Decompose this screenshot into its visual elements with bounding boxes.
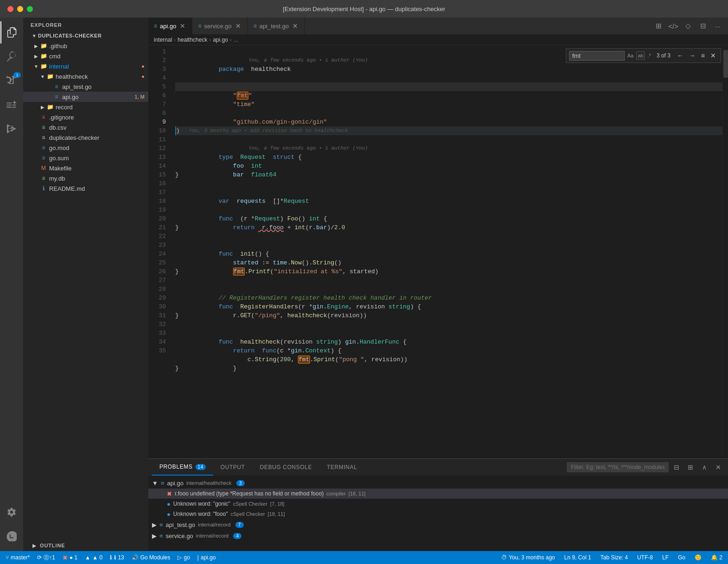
breadcrumb-more[interactable]: ... bbox=[234, 37, 238, 43]
activity-bar: 1 bbox=[0, 18, 23, 551]
problem-file-name: api.go bbox=[167, 480, 183, 487]
cursor-position[interactable]: Ln 9, Col 1 bbox=[563, 551, 593, 564]
file-icon: ≡ bbox=[53, 83, 60, 90]
extensions-activity-item[interactable] bbox=[0, 94, 23, 116]
file-status[interactable]: | api.go bbox=[196, 551, 218, 564]
split-editor-button[interactable]: ⊞ bbox=[652, 19, 665, 32]
tree-item-internal[interactable]: ▼ 📁 internal ● bbox=[23, 61, 148, 71]
go-status[interactable]: ▷ go bbox=[176, 551, 191, 564]
panel-close-button[interactable]: ✕ bbox=[712, 461, 724, 473]
find-aa-button[interactable]: Aa bbox=[627, 52, 634, 59]
find-regex-button[interactable]: .* bbox=[646, 52, 652, 59]
problem-item-info-fooo[interactable]: ● Unknown word: "fooo" cSpell Checker [1… bbox=[148, 509, 728, 519]
toggle-inlay-hints-button[interactable]: </> bbox=[667, 19, 680, 32]
more-actions-button[interactable]: ··· bbox=[711, 19, 724, 32]
problem-group-header-api-go[interactable]: ▼ ≡ api.go internal/healthcheck 3 bbox=[148, 477, 728, 489]
tree-item-duplicates-checker[interactable]: ▶ ≡ duplicates-checker bbox=[23, 132, 148, 143]
problem-item-error-fooo[interactable]: ✖ r.fooo undefined (type *Request has no… bbox=[148, 489, 728, 499]
outline-header[interactable]: ▶ OUTLINE bbox=[23, 538, 148, 551]
find-input[interactable] bbox=[569, 51, 625, 61]
tree-item-github[interactable]: ▶ 📁 .github bbox=[23, 41, 148, 51]
tree-item-gitignore[interactable]: ▶ ≡ .gitignore bbox=[23, 112, 148, 122]
panel-tab-debug-console[interactable]: DEBUG CONSOLE bbox=[253, 459, 320, 476]
code-line-7: "github.com/gin-gonic/gin" bbox=[175, 109, 722, 118]
breadcrumb-file[interactable]: api.go bbox=[213, 37, 228, 43]
panel-tab-terminal[interactable]: TERMINAL bbox=[319, 459, 364, 476]
tree-item-record[interactable]: ▶ 📁 record bbox=[23, 102, 148, 112]
split-editor-orthogonal-button[interactable]: ⊟ bbox=[696, 19, 709, 32]
go-modules-status[interactable]: 🔊 Go Modules bbox=[130, 551, 172, 564]
file-icon: ≡ bbox=[40, 134, 47, 141]
info-status[interactable]: ℹ ℹ 13 bbox=[108, 551, 126, 564]
language-status[interactable]: Go bbox=[676, 551, 687, 564]
scrollbar-thumb[interactable] bbox=[723, 50, 728, 78]
tree-item-healthcheck[interactable]: ▼ 📁 healthcheck ● bbox=[23, 71, 148, 81]
errors-status[interactable]: ✖ ● 1 bbox=[61, 551, 79, 564]
tree-item-makefile[interactable]: ▶ M Makefile bbox=[23, 163, 148, 173]
tab-size-status[interactable]: Tab Size: 4 bbox=[599, 551, 630, 564]
face-status[interactable]: 🙂 bbox=[693, 551, 703, 564]
problems-filter-input[interactable] bbox=[567, 462, 669, 472]
tab-close-button[interactable]: ✕ bbox=[234, 21, 242, 31]
maximize-button[interactable] bbox=[27, 6, 33, 12]
problem-group-header-api-test[interactable]: ▶ ≡ api_test.go internal/record 7 bbox=[148, 519, 728, 530]
tree-item-api-go[interactable]: ▶ ≡ api.go 1, M bbox=[23, 92, 148, 102]
tab-api-go[interactable]: ≡ api.go ✕ bbox=[148, 18, 192, 34]
panel-scroll-up-button[interactable]: ∧ bbox=[698, 461, 710, 473]
code-line-5: "time" bbox=[175, 91, 722, 100]
breadcrumb: internal › healthcheck › api.go › ... bbox=[148, 34, 728, 45]
info-icon: ● bbox=[167, 511, 171, 518]
scrollbar-area bbox=[722, 45, 728, 458]
tab-close-button[interactable]: ✕ bbox=[179, 21, 186, 31]
blame-status[interactable]: ⏱ You, 3 months ago bbox=[500, 551, 557, 564]
minimize-button[interactable] bbox=[17, 6, 23, 12]
source-control-activity-item[interactable]: 1 bbox=[0, 69, 23, 92]
panel-tab-output[interactable]: OUTPUT bbox=[213, 459, 253, 476]
docker-activity-item[interactable] bbox=[0, 525, 23, 547]
problem-group-header-service[interactable]: ▶ ≡ service.go internal/record 4 bbox=[148, 530, 728, 541]
tree-item-go-mod[interactable]: ▶ ≡ go.mod bbox=[23, 143, 148, 153]
find-close-button[interactable]: ✕ bbox=[709, 51, 718, 60]
settings-activity-item[interactable] bbox=[0, 501, 23, 523]
folder-icon: 📁 bbox=[40, 63, 47, 70]
sync-status[interactable]: ⟳ ⓪↑1 bbox=[35, 551, 57, 564]
project-header[interactable]: ▼ DUPLICATES-CHECKER bbox=[23, 31, 148, 41]
sync-icon: ⟳ bbox=[37, 554, 42, 561]
breadcrumb-internal[interactable]: internal bbox=[154, 37, 172, 43]
panel-tab-problems[interactable]: PROBLEMS 14 bbox=[152, 459, 213, 476]
breadcrumb-healthcheck[interactable]: healthcheck bbox=[177, 37, 207, 43]
encoding-status[interactable]: UTF-8 bbox=[635, 551, 655, 564]
tab-close-button[interactable]: ✕ bbox=[291, 21, 299, 31]
window-controls[interactable] bbox=[7, 6, 33, 12]
tree-item-go-sum[interactable]: ▶ ≡ go.sum bbox=[23, 153, 148, 163]
problem-item-info-gonic[interactable]: ● Unknown word: "gonic" cSpell Checker [… bbox=[148, 499, 728, 509]
run-activity-item[interactable] bbox=[0, 118, 23, 140]
problem-group-api-test: ▶ ≡ api_test.go internal/record 7 bbox=[148, 519, 728, 530]
focus-breadcrumbs-button[interactable]: ◇ bbox=[682, 19, 695, 32]
file-icon: ≡ bbox=[53, 93, 60, 100]
branch-status[interactable]: ⑂ master* bbox=[4, 551, 32, 564]
close-button[interactable] bbox=[7, 6, 13, 12]
find-list-button[interactable]: ≡ bbox=[699, 51, 707, 60]
tab-service-go[interactable]: ≡ service.go ✕ bbox=[192, 18, 247, 34]
tree-item-my-db[interactable]: ▶ ≡ my.db bbox=[23, 173, 148, 183]
tab-api-test-go[interactable]: ≡ api_test.go ✕ bbox=[248, 18, 305, 34]
problem-group-service: ▶ ≡ service.go internal/record 4 bbox=[148, 530, 728, 541]
find-next-button[interactable]: → bbox=[687, 51, 697, 60]
explorer-activity-item[interactable] bbox=[0, 21, 23, 44]
tree-item-readme[interactable]: ▶ ℹ README.md bbox=[23, 183, 148, 194]
run-icon bbox=[6, 124, 17, 134]
find-prev-button[interactable]: ← bbox=[675, 51, 685, 60]
warnings-status[interactable]: ▲ ▲ 0 bbox=[83, 551, 104, 564]
tree-item-cmd[interactable]: ▶ 📁 cmd bbox=[23, 51, 148, 61]
line-ending-status[interactable]: LF bbox=[660, 551, 671, 564]
tree-item-db-csv[interactable]: ▶ ≡ db.csv bbox=[23, 122, 148, 132]
panel-filter-button[interactable]: ⊞ bbox=[684, 461, 696, 473]
panel-collapse-all-button[interactable]: ⊟ bbox=[671, 461, 683, 473]
code-editor[interactable]: 1 2 3 4 5 6 7 8 9 10 11 12 13 14 15 16 1 bbox=[148, 45, 728, 458]
notifications-status[interactable]: 🔔 2 bbox=[709, 551, 724, 564]
find-word-button[interactable]: ab bbox=[636, 51, 645, 60]
search-activity-item[interactable] bbox=[0, 45, 23, 68]
tree-item-api-test-go[interactable]: ▶ ≡ api_test.go bbox=[23, 81, 148, 92]
sidebar: EXPLORER ▼ DUPLICATES-CHECKER ▶ 📁 .githu… bbox=[23, 18, 148, 551]
